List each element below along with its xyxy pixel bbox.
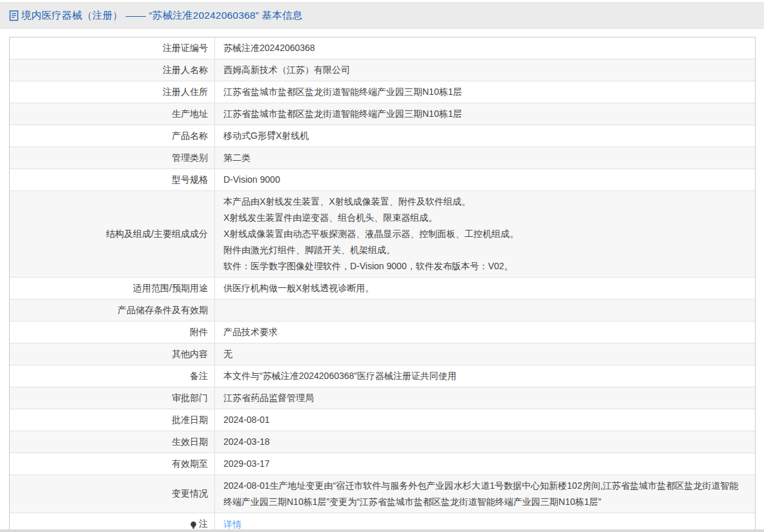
document-icon [9, 10, 19, 21]
row-label-text: 备注 [190, 371, 208, 382]
row-label-text: 附件 [190, 327, 208, 338]
row-label: 型号规格 [10, 169, 215, 190]
table-row: 管理类别第二类 [10, 147, 755, 169]
row-value-line: X射线成像装置由动态平板探测器、液晶显示器、控制面板、工控机组成。 [223, 226, 519, 242]
row-label: 生效日期 [10, 431, 215, 453]
row-label: 附件 [10, 322, 215, 343]
row-label: 结构及组成/主要组成成分 [10, 191, 215, 277]
row-value: 无 [215, 343, 755, 365]
row-label-text: 变更情况 [172, 488, 208, 500]
row-value-text: 西姆高新技术（江苏）有限公司 [223, 62, 350, 78]
row-label-text: 注 [199, 518, 208, 530]
row-value-text: 江苏省药品监督管理局 [223, 390, 314, 406]
row-label: 备注 [10, 365, 215, 387]
row-value-line: 软件：医学数字图像处理软件，D-Vision 9000，软件发布版本号：V02。 [223, 258, 513, 274]
row-value-text: 本文件与“苏械注准20242060368”医疗器械注册证共同使用 [223, 368, 457, 384]
row-value: 产品技术要求 [215, 322, 755, 343]
page: { "header": { "icon": "document-icon", "… [0, 0, 764, 532]
table-row: 注册人名称西姆高新技术（江苏）有限公司 [10, 59, 755, 81]
table-row: 其他内容无 [10, 343, 755, 365]
row-value: 本文件与“苏械注准20242060368”医疗器械注册证共同使用 [215, 365, 755, 387]
table-row: 批准日期2024-08-01 [10, 409, 755, 431]
row-value-text: 江苏省盐城市盐都区盐龙街道智能终端产业园三期N10栋1层 [223, 84, 462, 100]
row-value: 本产品由X射线发生装置、X射线成像装置、附件及软件组成。X射线发生装置件由逆变器… [215, 191, 755, 277]
row-value-text: D-Vision 9000 [223, 172, 280, 188]
row-label-text: 有效期至 [172, 458, 208, 470]
table-row: 注册证编号苏械注准20242060368 [10, 37, 755, 59]
row-value-line: 本产品由X射线发生装置、X射线成像装置、附件及软件组成。 [223, 194, 471, 210]
row-value-text: 苏械注准20242060368 [223, 40, 315, 56]
row-label-text: 批准日期 [172, 414, 208, 426]
page-title: 境内医疗器械（注册） —— “苏械注准20242060368” 基本信息 [21, 9, 302, 23]
row-value-text: 供医疗机构做一般X射线透视诊断用。 [223, 280, 374, 296]
row-value: 2024-03-18 [215, 431, 755, 453]
row-value-text: 产品技术要求 [223, 324, 278, 340]
row-label-text: 生效日期 [172, 436, 208, 448]
row-label: 管理类别 [10, 147, 215, 169]
row-label: 其他内容 [10, 343, 215, 365]
row-label-text: 型号规格 [172, 174, 208, 186]
row-label-text: 生产地址 [172, 108, 208, 120]
table-row: 生效日期2024-03-18 [10, 431, 755, 453]
row-label: 注册证编号 [10, 37, 215, 59]
row-value-line: X射线发生装置件由逆变器、组合机头、限束器组成。 [223, 210, 437, 226]
table-row: 备注本文件与“苏械注准20242060368”医疗器械注册证共同使用 [10, 365, 755, 387]
row-value: 江苏省药品监督管理局 [215, 387, 755, 409]
row-value: 西姆高新技术（江苏）有限公司 [215, 59, 755, 81]
row-value: 江苏省盐城市盐都区盐龙街道智能终端产业园三期N10栋1层 [215, 81, 755, 103]
row-value: 2024-08-01生产地址变更由“宿迁市软件与服务外包产业园水杉大道1号数据中… [215, 475, 755, 513]
row-value-text: 第二类 [223, 150, 251, 166]
row-label-text: 管理类别 [172, 152, 208, 164]
row-label-text: 结构及组成/主要组成成分 [106, 229, 208, 240]
row-label: 审批部门 [10, 387, 215, 409]
row-value: 江苏省盐城市盐都区盐龙街道智能终端产业园三期N10栋1层 [215, 103, 755, 125]
row-value: 供医疗机构做一般X射线透视诊断用。 [215, 278, 755, 299]
bulb-icon [190, 521, 197, 529]
row-label-text: 注册人住所 [163, 87, 208, 98]
row-value-text: 2024-08-01 [223, 412, 270, 428]
row-label: 生产地址 [10, 103, 215, 125]
page-header: 境内医疗器械（注册） —— “苏械注准20242060368” 基本信息 [0, 2, 764, 29]
row-value-text: 2024-08-01生产地址变更由“宿迁市软件与服务外包产业园水杉大道1号数据中… [223, 478, 746, 510]
table-row: 审批部门江苏省药品监督管理局 [10, 387, 755, 409]
row-value: 第二类 [215, 147, 755, 169]
row-value: 2024-08-01 [215, 409, 755, 431]
table-row: 附件产品技术要求 [10, 322, 755, 343]
row-label: 有效期至 [10, 453, 215, 475]
table-row: 注册人住所江苏省盐城市盐都区盐龙街道智能终端产业园三期N10栋1层 [10, 81, 755, 103]
row-value-line: 附件由激光灯组件、脚踏开关、机架组成。 [223, 242, 395, 258]
row-value-text: 2029-03-17 [223, 456, 270, 472]
table-row: 结构及组成/主要组成成分本产品由X射线发生装置、X射线成像装置、附件及软件组成。… [10, 191, 755, 278]
row-value: 2029-03-17 [215, 453, 755, 475]
row-label-text: 适用范围/预期用途 [133, 283, 208, 294]
row-value: D-Vision 9000 [215, 169, 755, 190]
row-label: 批准日期 [10, 409, 215, 431]
table-row: 产品名称移动式G形臂X射线机 [10, 125, 755, 147]
table-row: 生产地址江苏省盐城市盐都区盐龙街道智能终端产业园三期N10栋1层 [10, 103, 755, 125]
table-row: 适用范围/预期用途供医疗机构做一般X射线透视诊断用。 [10, 278, 755, 300]
row-label-text: 审批部门 [172, 393, 208, 404]
row-value: 苏械注准20242060368 [215, 37, 755, 59]
table-row: 型号规格D-Vision 9000 [10, 169, 755, 191]
row-label-text: 注册证编号 [163, 43, 208, 54]
table-row: 有效期至2029-03-17 [10, 453, 755, 475]
row-label-text: 注册人名称 [163, 65, 208, 76]
row-value: 移动式G形臂X射线机 [215, 125, 755, 147]
row-value-text: 江苏省盐城市盐都区盐龙街道智能终端产业园三期N10栋1层 [223, 106, 462, 122]
row-value-text: 无 [223, 346, 232, 362]
row-label-text: 其他内容 [172, 349, 208, 360]
info-table: 注册证编号苏械注准20242060368注册人名称西姆高新技术（江苏）有限公司注… [9, 37, 756, 532]
row-label: 适用范围/预期用途 [10, 278, 215, 299]
row-value-text: 移动式G形臂X射线机 [223, 128, 309, 144]
row-label: 变更情况 [10, 475, 215, 513]
row-value-text: 2024-03-18 [223, 434, 270, 450]
row-label: 注册人名称 [10, 59, 215, 81]
row-label: 产品储存条件及有效期 [10, 300, 215, 321]
table-row: 变更情况2024-08-01生产地址变更由“宿迁市软件与服务外包产业园水杉大道1… [10, 475, 755, 513]
row-label: 产品名称 [10, 125, 215, 147]
row-value [215, 300, 755, 321]
row-label: 注册人住所 [10, 81, 215, 103]
bottom-divider [0, 529, 764, 532]
row-label-text: 产品储存条件及有效期 [118, 305, 208, 316]
table-row: 产品储存条件及有效期 [10, 300, 755, 322]
